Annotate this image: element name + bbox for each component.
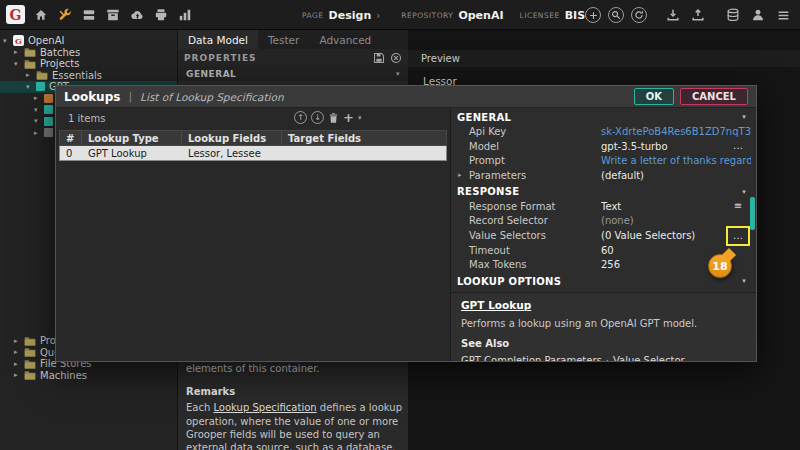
move-up-button[interactable]: ↑ xyxy=(294,111,307,124)
chevron-right-icon[interactable]: ▸ xyxy=(14,48,24,56)
general-section-header[interactable]: GENERAL ▾ xyxy=(178,66,408,81)
cloud-upload-icon[interactable] xyxy=(128,6,146,24)
chevron-right-icon[interactable]: ▸ xyxy=(26,71,36,79)
preview-title: Preview xyxy=(421,53,460,64)
close-circle-icon[interactable] xyxy=(390,52,402,64)
value-selector-link[interactable]: Value Selector xyxy=(613,355,685,361)
column-header: # xyxy=(60,131,82,145)
chevron-down-icon[interactable]: ▾ xyxy=(3,37,13,45)
value-selectors-ellipsis-button[interactable]: … xyxy=(730,229,746,241)
chevron-right-icon[interactable]: ▸ xyxy=(34,129,44,137)
folder-icon xyxy=(24,47,36,57)
ok-button[interactable]: OK xyxy=(634,88,674,105)
bar-chart-icon[interactable] xyxy=(176,6,194,24)
tab-tester[interactable]: Tester xyxy=(258,30,309,49)
chevron-down-icon[interactable]: ▾ xyxy=(742,188,746,196)
prompt-value[interactable]: Write a letter of thanks regarding the..… xyxy=(601,155,751,166)
repository-label: REPOSITORY xyxy=(401,11,453,20)
dialog-titlebar: Lookups | List of Lookup Specification O… xyxy=(56,86,756,108)
record-selector-value[interactable]: (none) xyxy=(601,215,751,226)
chevron-right-icon[interactable]: ▸ xyxy=(34,94,44,102)
chevron-down-icon[interactable]: ▾ xyxy=(14,60,24,68)
parameters-value[interactable]: (default) xyxy=(601,170,751,181)
chevron-right-icon[interactable]: ▸ xyxy=(14,371,24,379)
list-toolbar: 1 items ↑ ↓ + ▾ xyxy=(56,108,450,128)
refresh-icon[interactable] xyxy=(631,7,647,23)
chevron-down-icon[interactable]: ▾ xyxy=(742,113,746,121)
help-description: Performs a lookup using an OpenAI GPT mo… xyxy=(461,318,746,329)
search-icon[interactable] xyxy=(608,7,624,23)
chevron-right-icon[interactable]: ▸ xyxy=(14,348,24,356)
tree-node-projects[interactable]: ▾ Projects xyxy=(0,58,177,70)
lookup-specification-link[interactable]: Lookup Specification xyxy=(213,402,316,413)
licensee-value: BIS xyxy=(565,9,585,22)
callout-number: 18 xyxy=(712,260,727,273)
printer-icon[interactable] xyxy=(152,6,170,24)
menu-button[interactable]: ≡ xyxy=(730,200,746,212)
ellipsis-button[interactable]: … xyxy=(730,140,746,152)
chevron-right-icon[interactable]: ▸ xyxy=(14,337,24,345)
add-circle-icon[interactable] xyxy=(585,7,601,23)
response-section[interactable]: RESPONSE ▾ xyxy=(451,183,756,199)
properties-header-label: PROPERTIES xyxy=(184,53,257,63)
lookup-options-section[interactable]: LOOKUP OPTIONS ▾ xyxy=(451,272,756,288)
column-header: Lookup Fields xyxy=(182,131,282,145)
chevron-down-icon[interactable]: ▾ xyxy=(34,117,44,125)
node-icon xyxy=(44,105,53,114)
chevron-down-icon[interactable]: ▾ xyxy=(34,106,44,114)
chevron-down-icon[interactable]: ▾ xyxy=(26,83,36,91)
tree-node-machines[interactable]: ▸ Machines xyxy=(0,370,177,382)
add-button[interactable]: + xyxy=(343,111,354,124)
model-value[interactable]: gpt-3.5-turbo xyxy=(601,141,751,152)
licensee-label: LICENSEE xyxy=(520,11,560,20)
page-value[interactable]: Design xyxy=(329,9,372,22)
tree-node-openai[interactable]: ▾ G OpenAI xyxy=(0,35,177,47)
gpt-completion-parameters-link[interactable]: GPT Completion Parameters xyxy=(461,355,602,361)
remarks-title: Remarks xyxy=(186,385,402,398)
cancel-button[interactable]: CANCEL xyxy=(680,88,748,105)
node-icon xyxy=(44,128,53,137)
lookup-table: # Lookup Type Lookup Fields Target Field… xyxy=(59,130,447,161)
project-icon xyxy=(36,82,45,91)
download-icon[interactable] xyxy=(664,6,682,24)
general-section[interactable]: GENERAL ▾ xyxy=(451,108,756,124)
database-icon[interactable] xyxy=(724,6,742,24)
property-row-record-selector: Record Selector (none) xyxy=(451,213,756,228)
storage-icon[interactable] xyxy=(80,6,98,24)
node-icon xyxy=(44,117,53,126)
preview-body: Lessor xyxy=(408,67,800,87)
folder-icon xyxy=(36,70,48,80)
tree-node-essentials[interactable]: ▸ Essentials xyxy=(0,70,177,82)
chevron-right-icon[interactable]: ▸ xyxy=(458,171,462,179)
response-format-value[interactable]: Text xyxy=(601,201,751,212)
chevron-right-icon[interactable]: ▸ xyxy=(14,360,24,368)
value-selectors-value[interactable]: (0 Value Selectors) xyxy=(601,230,751,241)
move-down-button[interactable]: ↓ xyxy=(311,111,324,124)
home-icon[interactable] xyxy=(32,6,50,24)
link-separator: · xyxy=(606,355,609,361)
lookup-properties-section: GENERAL ▾ Api Key sk-XdrtePoB4Res6B1ZD7n… xyxy=(451,108,756,361)
table-row[interactable]: 0 GPT Lookup Lessor, Lessee xyxy=(59,146,447,161)
save-icon[interactable] xyxy=(373,52,385,64)
tree-node-batches[interactable]: ▸ Batches xyxy=(0,47,177,59)
tab-data-model[interactable]: Data Model xyxy=(178,30,258,49)
upload-icon[interactable] xyxy=(689,6,707,24)
design-tools-icon[interactable] xyxy=(56,6,74,24)
remarks-paragraph: Each Lookup Specification defines a look… xyxy=(186,401,402,450)
chevron-down-icon[interactable]: ▾ xyxy=(742,277,746,285)
scrollbar-thumb[interactable] xyxy=(750,197,755,230)
archive-box-icon[interactable] xyxy=(104,6,122,24)
tab-advanced[interactable]: Advanced xyxy=(309,30,381,49)
menu-icon[interactable] xyxy=(774,6,792,24)
repository-value[interactable]: OpenAI xyxy=(458,9,503,22)
api-key-value[interactable]: sk-XdrtePoB4Res6B1ZD7nqT3BlbkFJ4... xyxy=(601,126,751,137)
tree-node-label: OpenAI xyxy=(28,35,65,46)
folder-icon xyxy=(24,336,36,346)
dialog-title: Lookups xyxy=(64,90,120,104)
add-dropdown-icon[interactable]: ▾ xyxy=(358,114,362,122)
user-icon[interactable] xyxy=(749,6,767,24)
delete-icon[interactable] xyxy=(328,112,339,124)
property-row-parameters: ▸ Parameters (default) xyxy=(451,168,756,183)
property-row-value-selectors: Value Selectors (0 Value Selectors) … xyxy=(451,228,756,243)
folder-icon xyxy=(24,347,36,357)
